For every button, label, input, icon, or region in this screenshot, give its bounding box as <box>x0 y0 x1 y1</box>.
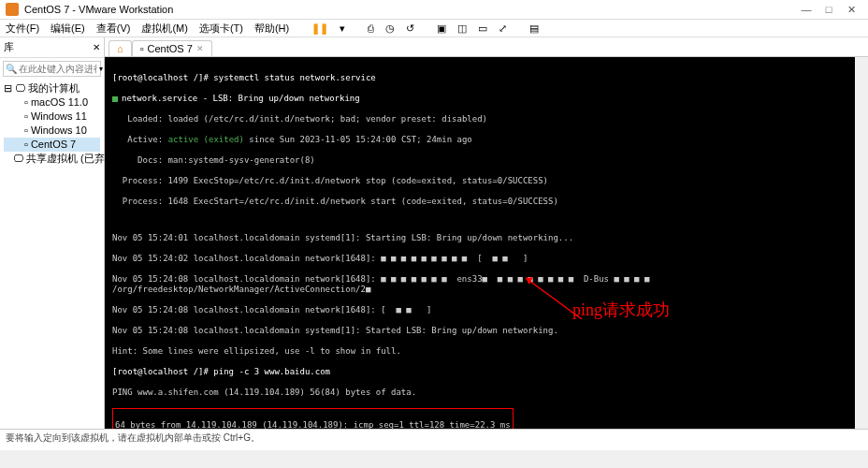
term-line: Nov 05 15:24:08 localhost.localdomain sy… <box>112 326 861 336</box>
app-logo-icon <box>6 3 19 16</box>
search-dropdown-icon[interactable]: ▾ <box>99 65 103 73</box>
term-line: Process: 1648 ExecStart=/etc/rc.d/init.d… <box>112 197 861 207</box>
ping-result-highlight: 64 bytes from 14.119.104.189 (14.119.104… <box>112 408 514 429</box>
status-bar: 要将输入定向到该虚拟机，请在虚拟机内部单击或按 Ctrl+G。 <box>0 429 868 450</box>
vm-console[interactable]: [root@localhost /]# systemctl status net… <box>105 57 868 429</box>
menu-view[interactable]: 查看(V) <box>96 22 131 36</box>
term-line: Nov 05 15:24:01 localhost.localdomain sy… <box>112 233 861 243</box>
toolbar-dropdown-icon[interactable]: ▾ <box>340 22 345 35</box>
term-line: network.service - LSB: Bring up/down net… <box>112 94 861 104</box>
fullscreen-icon[interactable]: ▣ <box>437 22 446 35</box>
search-icon: 🔍 <box>6 64 17 74</box>
menu-help[interactable]: 帮助(H) <box>254 22 289 36</box>
menu-vm[interactable]: 虚拟机(M) <box>141 22 188 36</box>
term-line: [root@localhost /]# ping -c 3 www.baidu.… <box>112 367 861 377</box>
sidebar-title: 库 <box>4 40 14 54</box>
tab-bar: ⌂ ▫CentOS 7✕ <box>105 37 868 57</box>
snapshot-manager-icon[interactable]: ◷ <box>385 22 395 35</box>
tab-label: CentOS 7 <box>148 43 193 54</box>
vm-tree: ⊟ 🖵我的计算机 ▫macOS 11.0 ▫Windows 11 ▫Window… <box>0 80 104 168</box>
term-line: 64 bytes from 14.119.104.189 (14.119.104… <box>115 420 511 429</box>
term-line: Nov 05 15:24:02 localhost.localdomain ne… <box>112 254 861 264</box>
pause-button[interactable]: ❚❚ <box>311 22 328 35</box>
term-line: PING www.a.shifen.com (14.119.104.189) 5… <box>112 388 861 398</box>
vm-item-win11[interactable]: ▫Windows 11 <box>4 110 100 124</box>
scrollbar-vertical[interactable] <box>855 57 868 429</box>
tree-shared[interactable]: 🖵共享虚拟机 (已弃用) <box>4 152 100 166</box>
search-input[interactable] <box>17 63 99 75</box>
term-line: Docs: man:systemd-sysv-generator(8) <box>112 155 861 166</box>
vm-item-macos[interactable]: ▫macOS 11.0 <box>4 95 100 110</box>
title-bar: CentOS 7 - VMware Workstation — □ ✕ <box>0 0 868 20</box>
maximize-button[interactable]: □ <box>817 4 840 15</box>
tab-vm-icon: ▫ <box>140 43 144 54</box>
home-icon: ⌂ <box>117 43 123 54</box>
unity-icon[interactable]: ◫ <box>457 22 467 35</box>
term-line: Active: active (exited) since Sun 2023-1… <box>112 135 861 145</box>
menu-tabs[interactable]: 选项卡(T) <box>199 22 243 36</box>
snapshot-icon[interactable]: ⎙ <box>368 22 374 34</box>
menu-file[interactable]: 文件(F) <box>6 22 39 36</box>
tab-home[interactable]: ⌂ <box>108 40 132 56</box>
tree-root[interactable]: ⊟ 🖵我的计算机 <box>4 81 100 95</box>
term-line: Loaded: loaded (/etc/rc.d/init.d/network… <box>112 114 861 124</box>
vm-item-centos[interactable]: ▫CentOS 7 <box>4 138 100 152</box>
annotation-text: ping请求成功 <box>572 305 670 315</box>
stretch-icon[interactable]: ⤢ <box>499 22 507 35</box>
menu-edit[interactable]: 编辑(E) <box>51 22 85 36</box>
sidebar-close-icon[interactable]: ✕ <box>93 42 100 52</box>
tab-close-icon[interactable]: ✕ <box>196 44 204 53</box>
menu-bar: 文件(F) 编辑(E) 查看(V) 虚拟机(M) 选项卡(T) 帮助(H) ❚❚… <box>0 20 868 37</box>
term-line: Hint: Some lines were ellipsized, use -l… <box>112 346 861 357</box>
term-line: [root@localhost /]# systemctl status net… <box>112 73 861 83</box>
window-title: CentOS 7 - VMware Workstation <box>24 4 795 15</box>
term-line: Process: 1499 ExecStop=/etc/rc.d/init.d/… <box>112 176 861 186</box>
term-line: Nov 05 15:24:08 localhost.localdomain ne… <box>112 274 861 295</box>
devices-icon[interactable]: ▤ <box>529 22 539 35</box>
tab-centos[interactable]: ▫CentOS 7✕ <box>132 40 212 56</box>
revert-icon[interactable]: ↺ <box>406 22 414 35</box>
vm-item-win10[interactable]: ▫Windows 10 <box>4 124 100 138</box>
minimize-button[interactable]: — <box>795 4 817 15</box>
console-icon[interactable]: ▭ <box>478 22 487 35</box>
library-sidebar: 库 ✕ 🔍 ▾ ⊟ 🖵我的计算机 ▫macOS 11.0 ▫Windows 11… <box>0 37 105 429</box>
close-button[interactable]: ✕ <box>840 4 862 16</box>
term-line: Nov 05 15:24:08 localhost.localdomain ne… <box>112 305 861 315</box>
library-search[interactable]: 🔍 ▾ <box>3 61 101 77</box>
